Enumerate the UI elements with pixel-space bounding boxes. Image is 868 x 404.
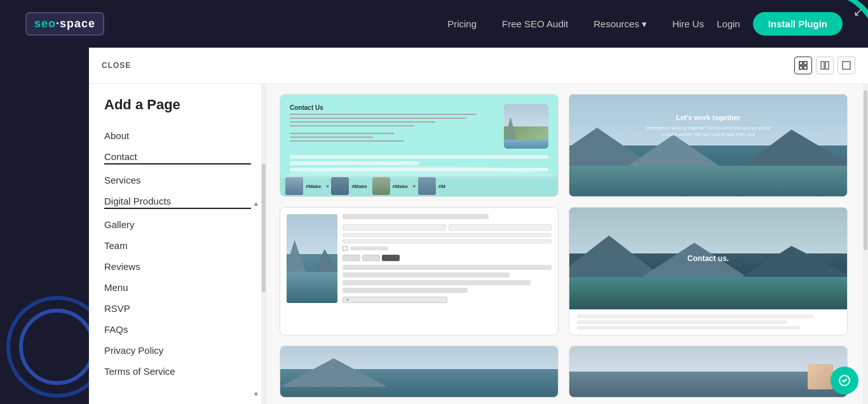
- template-preview-form: ▼: [280, 208, 558, 309]
- close-button[interactable]: CLOSE: [102, 61, 131, 70]
- sidebar-item-rsvp[interactable]: RSVP: [104, 299, 251, 318]
- blue-arc-2: [19, 309, 95, 385]
- svg-rect-1: [799, 62, 803, 65]
- seo-space-button[interactable]: [831, 367, 858, 394]
- resources-link[interactable]: Resources ▾: [593, 18, 647, 30]
- logo-text: seo·space: [25, 12, 104, 36]
- template-contact-teal[interactable]: Contact Us: [280, 94, 559, 197]
- sidebar-item-gallery[interactable]: Gallery: [104, 215, 251, 234]
- sidebar-item-services[interactable]: Services: [104, 170, 251, 190]
- svg-rect-2: [804, 62, 807, 65]
- nav-item-hire-us[interactable]: Hire Us: [672, 18, 704, 30]
- modal-sidebar: Add a Page ▲ About Contact Services Digi…: [89, 84, 267, 404]
- logo[interactable]: seo·space: [25, 12, 104, 36]
- template-contact-dark[interactable]: Contact us.: [569, 207, 848, 335]
- svg-rect-4: [804, 66, 807, 69]
- sidebar-item-team[interactable]: Team: [104, 236, 251, 255]
- sidebar-nav: About Contact Services Digital Products …: [104, 126, 251, 381]
- nav-item-resources[interactable]: Resources ▾: [593, 18, 647, 30]
- template-preview-contact-teal: Contact Us: [280, 95, 558, 196]
- nav-item-seo-audit[interactable]: Free SEO Audit: [502, 18, 568, 30]
- sidebar-scroll-down[interactable]: ▼: [251, 389, 261, 399]
- content-scrollbar-thumb: [864, 90, 867, 250]
- sidebar-item-terms-of-service[interactable]: Terms of Service: [104, 361, 251, 381]
- nav-links: Pricing Free SEO Audit Resources ▾ Hire …: [447, 18, 704, 30]
- login-link[interactable]: Login: [717, 18, 740, 29]
- seo-audit-link[interactable]: Free SEO Audit: [502, 18, 568, 29]
- add-page-modal: CLOSE: [89, 48, 868, 404]
- modal-title: Add a Page: [104, 97, 251, 113]
- svg-rect-7: [843, 62, 850, 69]
- template-preview-contact-dark: Contact us.: [569, 208, 847, 309]
- modal-body: Add a Page ▲ About Contact Services Digi…: [89, 84, 868, 404]
- navbar: seo·space Pricing Free SEO Audit Resourc…: [0, 0, 868, 48]
- view-icons: [794, 57, 855, 74]
- grid-2-view-button[interactable]: [816, 57, 834, 74]
- templates-content: Contact Us: [267, 84, 868, 404]
- templates-grid-partial: [280, 346, 855, 398]
- hire-us-link[interactable]: Hire Us: [672, 18, 704, 29]
- sidebar-item-privacy-policy[interactable]: Privacy Policy: [104, 340, 251, 360]
- svg-rect-6: [825, 62, 829, 69]
- grid-4-view-button[interactable]: [794, 57, 812, 74]
- template-form[interactable]: ▼: [280, 207, 559, 335]
- chevron-down-icon: ▾: [642, 18, 647, 30]
- template-partial-2[interactable]: [569, 346, 848, 398]
- pricing-link[interactable]: Pricing: [447, 18, 477, 29]
- sidebar-item-contact[interactable]: Contact: [104, 147, 251, 169]
- template-preview-collab: Let's work together Interested in workin…: [569, 95, 847, 196]
- sidebar-item-faqs[interactable]: FAQs: [104, 320, 251, 339]
- svg-rect-5: [821, 62, 824, 69]
- sidebar-item-digital-products[interactable]: Digital Products: [104, 191, 251, 213]
- sidebar-item-menu[interactable]: Menu: [104, 278, 251, 297]
- arrow-icon: ↙: [853, 5, 863, 19]
- svg-rect-3: [799, 66, 803, 69]
- list-view-button[interactable]: [837, 57, 855, 74]
- sidebar-scrollbar-thumb: [262, 164, 266, 292]
- template-collab[interactable]: Let's work together Interested in workin…: [569, 94, 848, 197]
- template-partial-1[interactable]: [280, 346, 559, 398]
- sidebar-item-reviews[interactable]: Reviews: [104, 257, 251, 276]
- sidebar-item-about[interactable]: About: [104, 126, 251, 145]
- nav-item-pricing[interactable]: Pricing: [447, 18, 477, 30]
- templates-grid: Contact Us: [280, 94, 855, 335]
- content-scrollbar[interactable]: [863, 84, 868, 404]
- sidebar-scrollbar[interactable]: [261, 84, 266, 404]
- sidebar-scroll-up[interactable]: ▲: [251, 198, 261, 208]
- modal-header: CLOSE: [89, 48, 868, 84]
